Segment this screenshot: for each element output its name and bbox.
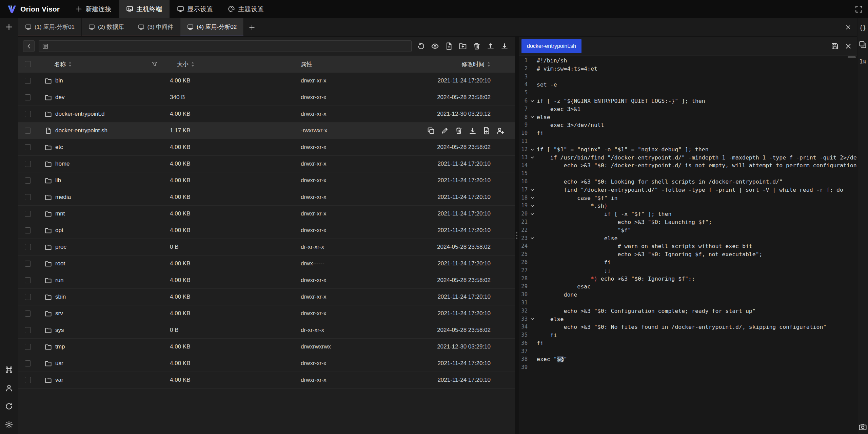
row-checkbox[interactable] (25, 78, 31, 84)
line-numbers-button[interactable]: 1⇅ (859, 58, 866, 65)
row-checkbox[interactable] (25, 261, 31, 267)
row-checkbox[interactable] (25, 227, 31, 233)
panel-resize-handle[interactable] (515, 37, 519, 434)
row-checkbox[interactable] (25, 144, 31, 150)
table-row[interactable]: mnt4.00 KBdrwxr-xr-x2021-11-24 17:20:10 (18, 206, 515, 222)
table-row[interactable]: dev340 Bdrwxr-xr-x2024-05-28 23:58:02 (18, 89, 515, 106)
row-checkbox[interactable] (25, 344, 31, 350)
layers-button[interactable] (859, 40, 867, 49)
table-row[interactable]: docker-entrypoint.d4.00 KBdrwxr-xr-x2021… (18, 106, 515, 122)
trash-button[interactable] (455, 127, 463, 135)
table-row[interactable]: docker-entrypoint.sh1.17 KB-rwxrwxr-x (18, 122, 515, 139)
upload-button[interactable] (487, 42, 495, 50)
sync-button[interactable] (5, 402, 13, 411)
table-row[interactable]: lib4.00 KBdrwxr-xr-x2021-11-24 17:20:10 (18, 172, 515, 189)
code-line[interactable]: 6if [ -z "${NGINX_ENTRYPOINT_QUIET_LOGS:… (519, 97, 857, 105)
code-line[interactable]: 13 if /usr/bin/find "/docker-entrypoint.… (519, 154, 857, 162)
terminal-tab-3[interactable]: (3) 中间件 (131, 18, 181, 36)
path-input[interactable] (51, 43, 408, 49)
fold-toggle-icon[interactable] (528, 97, 537, 105)
code-line[interactable]: 5 (519, 89, 857, 97)
row-checkbox[interactable] (25, 111, 31, 117)
refresh-button[interactable] (417, 42, 425, 50)
row-checkbox[interactable] (25, 211, 31, 217)
row-checkbox[interactable] (25, 360, 31, 366)
code-line[interactable]: 16 echo >&3 "$0: Looking for shell scrip… (519, 178, 857, 186)
terminal-tab-1[interactable]: (1) 应用-分析01 (18, 18, 82, 36)
table-row[interactable]: tmp4.00 KBdrwxrwxrwx2021-12-30 03:29:10 (18, 339, 515, 355)
code-line[interactable]: 11 (519, 137, 857, 146)
code-line[interactable]: 37 (519, 347, 857, 356)
column-header-name[interactable]: 名称 (37, 56, 167, 73)
terminal-tab-2[interactable]: (2) 数据库 (82, 18, 131, 36)
code-line[interactable]: 31 (519, 299, 857, 307)
camera-button[interactable] (859, 423, 867, 431)
row-checkbox[interactable] (25, 94, 31, 100)
code-line[interactable]: 15 (519, 170, 857, 178)
row-checkbox[interactable] (25, 161, 31, 167)
nav-item-theme-settings[interactable]: 主题设置 (220, 0, 271, 18)
row-checkbox[interactable] (25, 310, 31, 317)
table-row[interactable]: sys0 Bdr-xr-xr-x2024-05-28 23:58:02 (18, 322, 515, 339)
table-row[interactable]: usr4.00 KBdrwxr-xr-x2021-11-24 17:20:10 (18, 355, 515, 372)
table-row[interactable]: home4.00 KBdrwxr-xr-x2021-11-24 17:20:10 (18, 156, 515, 172)
column-header-mtime[interactable]: 修改时间 (435, 56, 515, 73)
back-button[interactable] (23, 40, 35, 52)
fold-toggle-icon[interactable] (528, 146, 537, 154)
user-plus-button[interactable] (496, 127, 505, 135)
fullscreen-icon[interactable] (855, 5, 863, 13)
code-line[interactable]: 38exec "$@" (519, 355, 857, 363)
filter-icon[interactable] (151, 61, 158, 68)
row-checkbox[interactable] (25, 294, 31, 300)
sort-icon[interactable] (487, 61, 491, 67)
user-button[interactable] (5, 384, 13, 392)
table-row[interactable]: proc0 Bdr-xr-xr-x2024-05-28 23:58:02 (18, 239, 515, 256)
close-session-button[interactable] (845, 18, 852, 36)
code-area[interactable]: 1#!/bin/sh2# vim:sw=4:ts=4:et34set -e56i… (519, 56, 857, 434)
code-line[interactable]: 36fi (519, 339, 857, 347)
code-line[interactable]: 28 *) echo >&3 "$0: Ignoring $f";; (519, 275, 857, 283)
code-line[interactable]: 2# vim:sw=4:ts=4:et (519, 65, 857, 73)
braces-button[interactable]: {} (859, 24, 866, 31)
add-terminal-tab-button[interactable] (244, 18, 260, 36)
row-checkbox[interactable] (25, 128, 31, 134)
code-line[interactable]: 24 # warn on shell scripts without exec … (519, 242, 857, 250)
fold-toggle-icon[interactable] (528, 154, 537, 162)
code-line[interactable]: 21 echo >&3 "$0: Launching $f"; (519, 218, 857, 226)
code-line[interactable]: 39 (519, 363, 857, 372)
code-line[interactable]: 8else (519, 113, 857, 121)
code-line[interactable]: 4set -e (519, 81, 857, 89)
code-line[interactable]: 25 echo >&3 "$0: Ignoring $f, not execut… (519, 250, 857, 259)
code-line[interactable]: 32 echo >&3 "$0: Configuration complete;… (519, 307, 857, 315)
row-checkbox[interactable] (25, 244, 31, 250)
save-button[interactable] (831, 42, 839, 50)
code-line[interactable]: 34 echo >&3 "$0: No files found in /dock… (519, 323, 857, 331)
fold-toggle-icon[interactable] (528, 194, 537, 202)
table-row[interactable]: sbin4.00 KBdrwxr-xr-x2021-11-24 17:20:10 (18, 289, 515, 305)
edit-button[interactable] (441, 127, 449, 135)
code-line[interactable]: 7 exec 3>&1 (519, 105, 857, 113)
fold-toggle-icon[interactable] (528, 186, 537, 194)
download-button[interactable] (500, 42, 509, 50)
delete-button[interactable] (473, 42, 481, 50)
new-folder-button[interactable] (459, 42, 467, 50)
code-line[interactable]: 27 ;; (519, 267, 857, 275)
code-line[interactable]: 26 fi (519, 259, 857, 267)
code-line[interactable]: 1#!/bin/sh (519, 57, 857, 65)
fold-toggle-icon[interactable] (528, 210, 537, 218)
code-line[interactable]: 3 (519, 73, 857, 81)
fold-toggle-icon[interactable] (528, 202, 537, 210)
fold-toggle-icon[interactable] (528, 315, 537, 323)
download-button[interactable] (469, 127, 477, 135)
code-line[interactable]: 14 echo >&3 "$0: /docker-entrypoint.d/ i… (519, 162, 857, 170)
nav-item-display-settings[interactable]: 显示设置 (170, 0, 220, 18)
sort-icon[interactable] (68, 61, 72, 67)
table-row[interactable]: etc4.00 KBdrwxr-xr-x2024-05-28 23:58:02 (18, 139, 515, 156)
table-row[interactable]: run4.00 KBdrwxr-xr-x2024-05-28 23:58:02 (18, 272, 515, 289)
code-line[interactable]: 9 exec 3>/dev/null (519, 121, 857, 129)
nav-item-host-terminal[interactable]: 主机终端 (119, 0, 170, 18)
editor-file-tab[interactable]: docker-entrypoint.sh (521, 39, 581, 53)
table-row[interactable]: opt4.00 KBdrwxr-xr-x2021-11-24 17:20:10 (18, 222, 515, 239)
code-line[interactable]: 33 else (519, 315, 857, 323)
code-line[interactable]: 29 esac (519, 283, 857, 291)
